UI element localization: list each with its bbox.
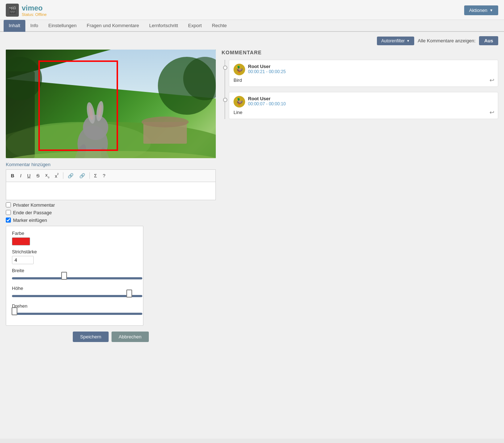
- toolbar-row: Autorenfilter Alle Kommentare anzeigen: …: [6, 36, 498, 45]
- red-rect-overlay: [38, 60, 118, 151]
- formula-button[interactable]: Σ: [92, 172, 100, 180]
- comment-avatar-2: 🦆: [234, 96, 245, 107]
- comment-add-label: Kommentar hinzügen: [6, 162, 216, 167]
- speichern-button[interactable]: Speichern: [73, 332, 109, 342]
- two-col-layout: Kommentar hinzügen B I U S x₀ x² 🔗 🔗 Σ ?: [6, 50, 498, 342]
- app-logo: 🎬 vimeo Status: Offline: [6, 4, 47, 17]
- help-button[interactable]: ?: [100, 172, 108, 180]
- app-header: 🎬 vimeo Status: Offline Aktionen: [0, 0, 504, 20]
- drehen-track: [12, 313, 142, 315]
- video-frame[interactable]: [6, 50, 216, 158]
- film-icon: 🎬: [8, 6, 16, 14]
- avatar-icon-2: 🦆: [235, 98, 243, 106]
- comment-username-2: Root User: [248, 96, 494, 101]
- privater-kommentar-label: Privater Kommentar: [13, 202, 55, 208]
- comments-timeline: 🦆 Root User 00:00:21 - 00:00:25 Bird ↩: [222, 60, 498, 119]
- tab-rechte[interactable]: Rechte: [207, 20, 232, 32]
- timeline-dot-2: [223, 98, 227, 102]
- comment-item-2: 🦆 Root User 00:00:07 - 00:00:10 Line ↩: [229, 92, 498, 119]
- drehen-slider-wrapper: [12, 310, 142, 317]
- tab-inhalt[interactable]: Inhalt: [4, 20, 25, 32]
- tab-info[interactable]: Info: [25, 20, 43, 32]
- video-background: [6, 50, 216, 158]
- marker-row: Marker einfügen: [6, 218, 216, 223]
- comment-text-1: Bird: [234, 77, 494, 83]
- strikethrough-button[interactable]: S: [34, 172, 42, 180]
- ende-passage-row: Ende der Passage: [6, 210, 216, 215]
- italic-button[interactable]: I: [17, 172, 24, 180]
- aus-button[interactable]: Aus: [479, 36, 498, 45]
- main-content: Autorenfilter Alle Kommentare anzeigen: …: [0, 32, 504, 439]
- superscript-button[interactable]: x²: [52, 171, 61, 180]
- drehen-row: Drehen: [12, 303, 137, 317]
- tab-einstellungen[interactable]: Einstellungen: [43, 20, 82, 32]
- unlink-button[interactable]: 🔗: [77, 172, 88, 180]
- toolbar-divider: [63, 172, 63, 179]
- privater-kommentar-checkbox[interactable]: [6, 202, 11, 207]
- app-title-group: vimeo Status: Offline: [22, 4, 47, 17]
- toolbar-divider2: [89, 172, 90, 179]
- underline-button[interactable]: U: [25, 172, 33, 180]
- nav-tabs: Inhalt Info Einstellungen Fragen und Kom…: [0, 20, 504, 32]
- hoehe-handle[interactable]: [126, 290, 132, 298]
- marker-checkbox[interactable]: [6, 218, 11, 223]
- alle-kommentare-label: Alle Kommentare anzeigen:: [418, 38, 476, 43]
- app-logo-icon: 🎬: [6, 4, 19, 17]
- hoehe-track: [12, 295, 142, 297]
- comment-avatar-1: 🦆: [234, 64, 245, 75]
- breite-handle[interactable]: [61, 272, 67, 280]
- strichstaerke-input[interactable]: [12, 256, 34, 264]
- reply-icon-1[interactable]: ↩: [490, 77, 494, 84]
- reply-icon-2[interactable]: ↩: [490, 109, 494, 116]
- action-buttons: Speichern Abbrechen: [6, 332, 216, 342]
- comment-card-1: 🦆 Root User 00:00:21 - 00:00:25 Bird ↩: [229, 60, 498, 87]
- svg-point-5: [142, 117, 189, 127]
- comment-text-area[interactable]: [6, 182, 216, 200]
- comment-meta-2: Root User 00:00:07 - 00:00:10: [248, 96, 494, 106]
- comment-card-2: 🦆 Root User 00:00:07 - 00:00:10 Line ↩: [229, 92, 498, 119]
- svg-point-3: [6, 57, 42, 100]
- strichstaerke-row: Strichstärke: [12, 249, 137, 264]
- kommentare-title: KOMMENTARE: [222, 50, 498, 55]
- tab-lernfortschritt[interactable]: Lernfortschritt: [144, 20, 183, 32]
- comment-header-1: 🦆 Root User 00:00:21 - 00:00:25: [234, 64, 494, 75]
- subscript-button[interactable]: x₀: [43, 171, 52, 180]
- breite-row: Breite: [12, 268, 137, 282]
- marker-label: Marker einfügen: [13, 218, 47, 223]
- farbe-swatch[interactable]: [12, 237, 30, 245]
- comment-username-1: Root User: [248, 64, 494, 69]
- comment-header-2: 🦆 Root User 00:00:07 - 00:00:10: [234, 96, 494, 107]
- comment-meta-1: Root User 00:00:21 - 00:00:25: [248, 64, 494, 74]
- hoehe-label: Höhe: [12, 286, 137, 291]
- comment-time-1: 00:00:21 - 00:00:25: [248, 69, 494, 74]
- ende-passage-checkbox[interactable]: [6, 210, 11, 215]
- strichstaerke-label: Strichstärke: [12, 249, 137, 254]
- app-status: Status: Offline: [22, 12, 47, 17]
- comment-time-2: 00:00:07 - 00:00:10: [248, 101, 494, 106]
- left-column: Kommentar hinzügen B I U S x₀ x² 🔗 🔗 Σ ?: [6, 50, 216, 342]
- editor-toolbar: B I U S x₀ x² 🔗 🔗 Σ ?: [6, 169, 216, 182]
- farbe-label: Farbe: [12, 231, 137, 236]
- app-title: vimeo: [22, 4, 47, 12]
- tab-export[interactable]: Export: [183, 20, 207, 32]
- marker-panel: Farbe Strichstärke Breite: [6, 226, 143, 326]
- breite-slider-wrapper: [12, 275, 142, 282]
- farbe-row: Farbe: [12, 231, 137, 245]
- hoehe-row: Höhe: [12, 286, 137, 300]
- privater-kommentar-row: Privater Kommentar: [6, 202, 216, 208]
- drehen-handle[interactable]: [12, 307, 17, 315]
- hoehe-slider-wrapper: [12, 292, 142, 300]
- bold-button[interactable]: B: [8, 172, 17, 180]
- right-column: KOMMENTARE 🦆 Root User 00:00:21 - 0: [222, 50, 498, 124]
- drehen-label: Drehen: [12, 303, 137, 309]
- avatar-icon-1: 🦆: [235, 66, 243, 73]
- abbrechen-button[interactable]: Abbrechen: [112, 332, 149, 342]
- breite-track: [12, 277, 142, 279]
- tab-fragen[interactable]: Fragen und Kommentare: [82, 20, 144, 32]
- ende-passage-label: Ende der Passage: [13, 210, 52, 215]
- autorenfilter-button[interactable]: Autorenfilter: [377, 37, 414, 45]
- comment-text-2: Line: [234, 110, 494, 115]
- link-button[interactable]: 🔗: [65, 172, 76, 180]
- comment-item-1: 🦆 Root User 00:00:21 - 00:00:25 Bird ↩: [229, 60, 498, 87]
- aktionen-button[interactable]: Aktionen: [464, 5, 499, 15]
